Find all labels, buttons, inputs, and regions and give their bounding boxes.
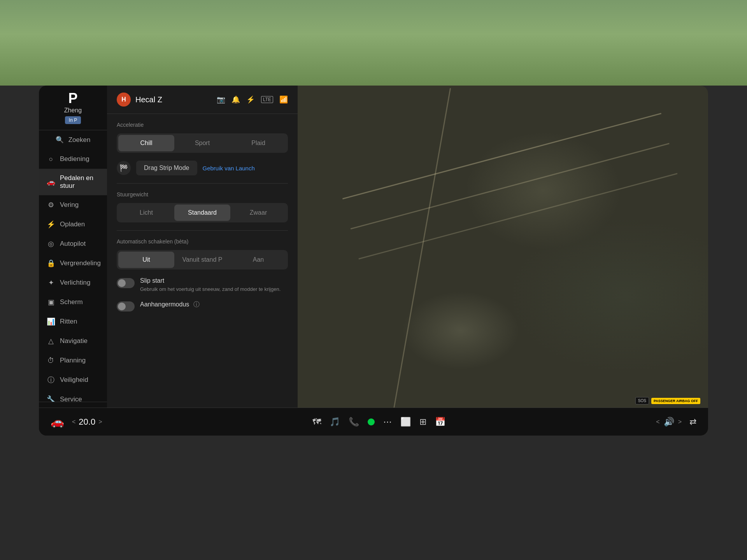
speed-display: < 20.0 > <box>72 417 102 427</box>
slip-start-toggle[interactable] <box>117 278 135 288</box>
sidebar-item-pedalen[interactable]: 🚗 Pedalen en stuur <box>39 169 107 195</box>
stuurgewicht-label: Stuurgewicht <box>117 191 288 198</box>
profile-avatar: H <box>117 93 131 107</box>
sidebar-item-vergrendeling[interactable]: 🔒 Vergrendeling <box>39 254 107 273</box>
status-dot <box>368 418 375 425</box>
slip-start-title: Slip start <box>140 277 281 284</box>
sidebar-label-vergrendeling: Vergrendeling <box>60 259 101 267</box>
sidebar-item-autopilot[interactable]: ◎ Autopilot <box>39 234 107 254</box>
sidebar-item-ritten[interactable]: 📊 Ritten <box>39 312 107 331</box>
automatisch-uit-button[interactable]: Uit <box>118 252 174 268</box>
drag-strip-icon: 🏁 <box>117 161 131 175</box>
square-icon[interactable]: ⬜ <box>400 417 411 427</box>
settings-header: H Hecal Z 📷 🔔 ⚡ LTE 📶 <box>107 86 298 114</box>
slip-start-row: Slip start Gebruik om het voertuig uit s… <box>117 277 288 293</box>
sidebar-label-service: Service <box>60 396 82 402</box>
speed-value: 20.0 <box>79 417 95 427</box>
veiligheid-icon: ⓘ <box>47 376 55 384</box>
section-divider-2 <box>117 230 288 231</box>
menu-icon[interactable]: ⋯ <box>383 417 392 427</box>
taskbar-center: 🗺 🎵 📞 ⋯ ⬜ ⊞ 📅 <box>312 417 445 427</box>
sidebar-item-veiligheid[interactable]: ⓘ Veiligheid <box>39 370 107 390</box>
map-icon[interactable]: 🗺 <box>312 417 321 427</box>
ritten-icon: 📊 <box>47 317 55 326</box>
automatisch-vanuit-button[interactable]: Vanuit stand P <box>174 252 230 268</box>
gear-p-indicator: P <box>68 91 77 105</box>
sidebar-item-service[interactable]: 🔧 Service <box>39 390 107 402</box>
sidebar-item-planning[interactable]: ⏱ Planning <box>39 351 107 370</box>
verlichting-icon: ✦ <box>47 278 55 287</box>
search-icon: 🔍 <box>56 136 64 144</box>
camera-background <box>0 0 747 86</box>
corner-badges: SOS PASSENGER AIRBAG OFF <box>635 397 700 404</box>
stuurgewicht-button-group: Licht Standaard Zwaar <box>117 203 288 222</box>
automatisch-aan-button[interactable]: Aan <box>230 252 286 268</box>
sidebar-item-opladen[interactable]: ⚡ Opladen <box>39 215 107 234</box>
sidebar-label-ritten: Ritten <box>60 318 77 326</box>
acceleratie-chill-button[interactable]: Chill <box>118 135 174 151</box>
left-sidebar: P Zheng In P 🔍 Zoeken ○ Bediening 🚗 Peda… <box>39 86 107 436</box>
bluetooth-icon: ⚡ <box>246 95 255 104</box>
in-p-badge: In P <box>65 116 81 124</box>
autopilot-icon: ◎ <box>47 240 55 248</box>
phone-icon[interactable]: 📞 <box>349 417 359 427</box>
sidebar-label-veiligheid: Veiligheid <box>60 376 88 384</box>
automatisch-button-group: Uit Vanuit stand P Aan <box>117 250 288 270</box>
stuurgewicht-standaard-button[interactable]: Standaard <box>174 205 230 221</box>
settings-panel: H Hecal Z 📷 🔔 ⚡ LTE 📶 Acceleratie Chill … <box>107 86 298 436</box>
stuurgewicht-zwaar-button[interactable]: Zwaar <box>230 205 286 221</box>
acceleratie-sport-button[interactable]: Sport <box>174 135 230 151</box>
navigation-menu: ○ Bediening 🚗 Pedalen en stuur ⚙ Vering … <box>39 149 107 402</box>
header-icons: 📷 🔔 ⚡ LTE 📶 <box>217 95 288 104</box>
user-name: Zheng <box>64 107 82 114</box>
lte-badge: LTE <box>261 96 273 103</box>
arrows-icon[interactable]: ⇄ <box>689 417 696 427</box>
vol-prev-arrow[interactable]: < <box>656 418 659 425</box>
sidebar-item-vering[interactable]: ⚙ Vering <box>39 195 107 215</box>
vergrendeling-icon: 🔒 <box>47 259 55 268</box>
acceleratie-plaid-button[interactable]: Plaid <box>230 135 286 151</box>
info-icon: ⓘ <box>193 301 200 308</box>
navigatie-icon: △ <box>47 337 55 345</box>
section-divider-1 <box>117 183 288 184</box>
calendar-icon[interactable]: 📅 <box>435 417 445 427</box>
slip-start-description: Gebruik om het voertuig uit sneeuw, zand… <box>140 286 281 293</box>
sidebar-item-bediening[interactable]: ○ Bediening <box>39 149 107 169</box>
sidebar-label-scherm: Scherm <box>60 298 83 306</box>
volume-control: < 🔊 > <box>656 417 682 427</box>
bediening-icon: ○ <box>47 155 55 163</box>
sos-badge: SOS <box>635 397 649 404</box>
taskbar-left: 🚗 < 20.0 > <box>51 415 102 428</box>
sidebar-item-verlichting[interactable]: ✦ Verlichting <box>39 273 107 292</box>
speed-next-arrow[interactable]: > <box>98 418 102 425</box>
volume-icon[interactable]: 🔊 <box>664 417 674 427</box>
vering-icon: ⚙ <box>47 201 55 209</box>
map-view[interactable] <box>296 86 708 436</box>
opladen-icon: ⚡ <box>47 220 55 229</box>
aanhangermodus-title: Aanhangermodus ⓘ <box>140 301 200 309</box>
stuurgewicht-licht-button[interactable]: Licht <box>118 205 174 221</box>
acceleratie-button-group: Chill Sport Plaid <box>117 133 288 153</box>
taskbar-car-icon[interactable]: 🚗 <box>51 415 64 428</box>
search-item[interactable]: 🔍 Zoeken <box>48 130 98 149</box>
gear-p-section: P Zheng In P <box>39 86 107 130</box>
sidebar-item-scherm[interactable]: ▣ Scherm <box>39 292 107 312</box>
grid-icon[interactable]: ⊞ <box>419 417 426 427</box>
sidebar-item-navigatie[interactable]: △ Navigatie <box>39 331 107 351</box>
pedalen-icon: 🚗 <box>47 178 55 186</box>
bell-icon: 🔔 <box>231 95 240 104</box>
sidebar-label-navigatie: Navigatie <box>60 337 88 345</box>
drag-strip-button[interactable]: Drag Strip Mode <box>136 161 197 175</box>
header-title: Hecal Z <box>135 95 212 104</box>
sidebar-label-vering: Vering <box>60 201 79 209</box>
aanhangermodus-row: Aanhangermodus ⓘ <box>117 301 288 312</box>
speed-prev-arrow[interactable]: < <box>72 418 75 425</box>
launch-link[interactable]: Gebruik van Launch <box>203 165 255 172</box>
music-icon[interactable]: 🎵 <box>330 417 340 427</box>
aanhangermodus-toggle[interactable] <box>117 301 135 312</box>
main-screen: P Zheng In P 🔍 Zoeken ○ Bediening 🚗 Peda… <box>39 86 708 436</box>
airbag-badge: PASSENGER AIRBAG OFF <box>651 398 700 404</box>
vol-next-arrow[interactable]: > <box>678 418 682 425</box>
search-label: Zoeken <box>68 136 91 144</box>
acceleratie-label: Acceleratie <box>117 122 288 128</box>
